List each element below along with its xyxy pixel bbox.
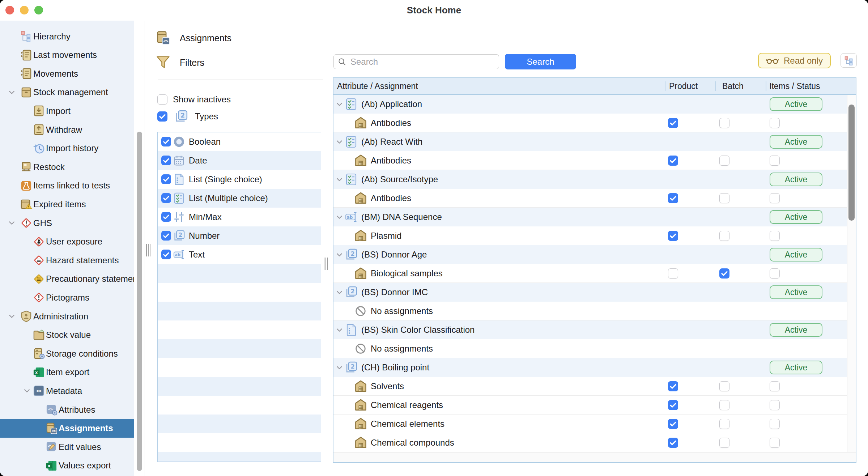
sidebar-item-stock-management[interactable]: Stock management [0,83,134,102]
items-checkbox[interactable] [770,231,780,241]
product-checkbox[interactable] [668,118,678,128]
sidebar-item-expired-items[interactable]: Expired items [0,195,134,213]
tree-view-button[interactable] [841,53,857,68]
chevron-down-icon[interactable] [335,326,344,335]
sidebar-item-pictograms[interactable]: Pictograms [0,288,134,307]
chevron-down-icon[interactable] [335,137,344,146]
attribute-row-bs-donnor-age[interactable]: 2(BS) Donnor AgeActive [333,245,847,264]
type-option-list-multiple-choice[interactable]: List (Multiple choice) [158,189,321,208]
chevron-down-icon[interactable] [335,100,344,109]
search-input[interactable] [333,54,499,69]
sidebar-item-hazard-statements[interactable]: Hazard statements [0,251,134,269]
table-vertical-scrollbar[interactable] [847,95,856,452]
assignment-row-antibodies[interactable]: Antibodies [333,189,847,208]
sidebar-item-movements[interactable]: Movements [0,64,134,83]
type-option-checkbox[interactable] [161,231,171,241]
items-checkbox[interactable] [770,381,780,391]
items-checkbox[interactable] [770,156,780,166]
items-checkbox[interactable] [770,193,780,203]
attribute-row-ab-react-with[interactable]: (Ab) React WithActive [333,132,847,151]
assignment-row-chemical-elements[interactable]: Chemical elements [333,415,847,433]
chevron-down-icon[interactable] [335,363,344,372]
attribute-row-bm-dna-sequence[interactable]: ab(BM) DNA SequenceActive [333,208,847,226]
batch-checkbox[interactable] [719,381,729,391]
batch-checkbox[interactable] [719,438,729,448]
batch-checkbox[interactable] [719,419,729,429]
type-option-checkbox[interactable] [161,174,171,184]
attribute-row-bs-donnor-imc[interactable]: 2(BS) Donnor IMCActive [333,283,847,302]
type-option-checkbox[interactable] [161,137,171,146]
show-inactives-checkbox[interactable] [157,94,167,105]
search-button[interactable]: Search [505,54,576,69]
items-checkbox[interactable] [770,419,780,429]
type-option-text[interactable]: abText [158,245,321,264]
sidebar-item-precautionary-statements[interactable]: Precautionary statements [0,270,134,288]
sidebar-item-import[interactable]: Import [0,102,134,120]
chevron-down-icon[interactable] [7,312,16,321]
sidebar-item-storage-conditions[interactable]: Storage conditions [0,344,134,363]
batch-checkbox[interactable] [719,118,729,128]
column-header-attribute[interactable]: Attribute / Assignment [337,78,418,94]
items-checkbox[interactable] [770,438,780,448]
attribute-row-ab-application[interactable]: (Ab) ApplicationActive [333,95,847,114]
sidebar-item-metadata[interactable]: <>Metadata [0,382,134,400]
table-scrollbar-thumb[interactable] [848,105,855,221]
sidebar-scrollbar[interactable] [134,21,145,476]
type-option-list-single-choice[interactable]: List (Single choice) [158,170,321,189]
chevron-down-icon[interactable] [7,218,16,228]
items-checkbox[interactable] [770,400,780,410]
assignment-row-chemical-reagents[interactable]: Chemical reagents [333,396,847,415]
sidebar-item-withdraw[interactable]: Withdraw [0,120,134,139]
sidebar-item-import-history[interactable]: Import history [0,139,134,158]
chevron-down-icon[interactable] [335,250,344,259]
items-checkbox[interactable] [770,268,780,279]
items-checkbox[interactable] [770,118,780,128]
chevron-down-icon[interactable] [7,88,16,97]
column-header-items-status[interactable]: Items / Status [769,78,820,94]
batch-checkbox[interactable] [719,268,729,279]
column-header-product[interactable]: Product [669,78,698,94]
type-option-checkbox[interactable] [161,212,171,222]
sidebar-item-items-linked-to-tests[interactable]: Items linked to tests [0,177,134,195]
sidebar-item-item-export[interactable]: xItem export [0,363,134,382]
sidebar-scrollbar-thumb[interactable] [137,132,142,471]
assignment-row-no-assignments[interactable]: No assignments [333,339,847,358]
product-checkbox[interactable] [668,400,678,410]
sidebar-splitter-handle[interactable] [146,244,150,256]
sidebar-item-restock[interactable]: Restock [0,158,134,176]
chevron-down-icon[interactable] [335,213,344,222]
assignment-row-chemical-compounds[interactable]: Chemical compounds [333,433,847,452]
assignment-row-antibodies[interactable]: Antibodies [333,114,847,132]
batch-checkbox[interactable] [719,231,729,241]
type-option-checkbox[interactable] [161,250,171,259]
assignment-row-antibodies[interactable]: Antibodies [333,151,847,170]
attribute-row-ab-source-isotype[interactable]: (Ab) Source/IsotypeActive [333,170,847,189]
assignment-row-no-assignments[interactable]: No assignments [333,302,847,320]
type-option-number[interactable]: 2Number [158,226,321,245]
product-checkbox[interactable] [668,156,678,166]
attribute-row-bs-skin-color-classification[interactable]: (BS) Skin Color ClassificationActive [333,320,847,339]
type-option-date[interactable]: Date [158,151,321,170]
sidebar-item-attributes[interactable]: <>Attributes [0,400,134,419]
type-option-checkbox[interactable] [161,193,171,203]
sidebar-item-hierarchy[interactable]: Hierarchy [0,27,134,46]
sidebar-item-stock-value[interactable]: Stock value [0,326,134,344]
sidebar-item-ghs[interactable]: GHS [0,214,134,232]
batch-checkbox[interactable] [719,193,729,203]
sidebar-item-edit-values[interactable]: <>Edit values [0,438,134,456]
batch-checkbox[interactable] [719,156,729,166]
table-horizontal-scrollbar[interactable] [333,452,856,462]
types-checkbox[interactable] [157,111,167,122]
chevron-down-icon[interactable] [22,386,31,395]
product-checkbox[interactable] [668,438,678,448]
assignment-row-solvents[interactable]: Solvents [333,377,847,396]
sidebar-item-values-export[interactable]: xValues export [0,456,134,475]
sidebar-item-administration[interactable]: Administration [0,307,134,326]
product-checkbox[interactable] [668,381,678,391]
sidebar-item-assignments[interactable]: <>Assignments [0,419,134,438]
chevron-down-icon[interactable] [335,175,344,184]
panel-splitter-handle[interactable] [324,258,328,270]
read-only-toggle[interactable]: Read only [758,53,831,68]
product-checkbox[interactable] [668,268,678,279]
type-option-min-max[interactable]: Min/Max [158,208,321,226]
